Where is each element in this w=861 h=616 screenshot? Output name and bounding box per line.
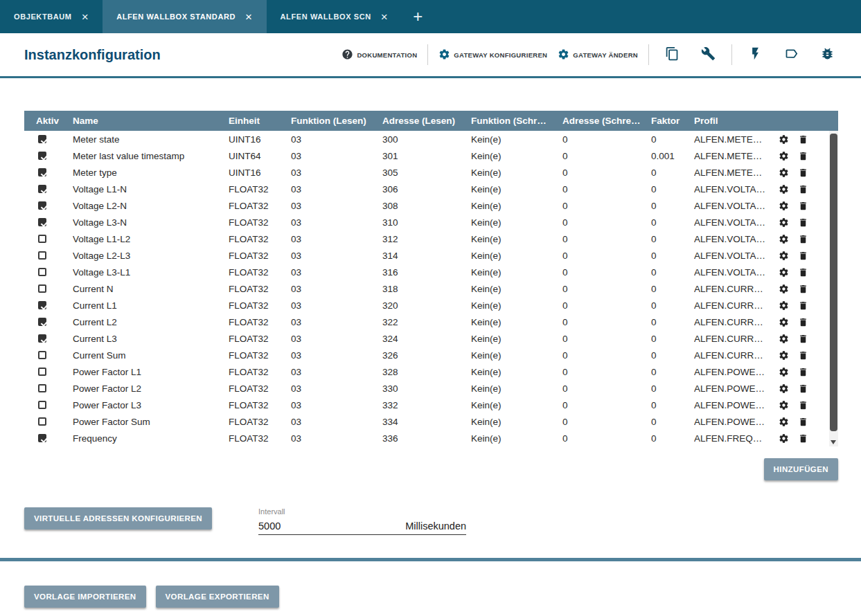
close-icon[interactable]: × [245,11,253,23]
power-button[interactable] [743,45,768,65]
cell-einheit: FLOAT32 [229,201,291,211]
row-settings-button[interactable] [779,167,789,178]
vorlage-exportieren-button[interactable]: VORLAGE EXPORTIEREN [156,586,279,608]
column-header-faktor: Faktor [651,116,694,126]
row-delete-button[interactable] [798,251,808,261]
cell-actions [776,334,828,344]
checkbox-icon [38,135,46,143]
virtuelle-adressen-button[interactable]: VIRTUELLE ADRESSEN KONFIGURIEREN [24,507,212,529]
aktiv-checkbox[interactable] [24,401,73,409]
row-delete-button[interactable] [798,334,808,344]
row-settings-button[interactable] [779,284,789,294]
tab-alfen-wallbox-scn[interactable]: ALFEN WALLBOX SCN × [267,0,402,33]
row-delete-button[interactable] [798,234,808,244]
aktiv-checkbox[interactable] [24,218,73,226]
row-delete-button[interactable] [798,184,808,194]
row-delete-button[interactable] [798,317,808,327]
cell-adresse-lesen: 330 [382,383,471,394]
row-settings-button[interactable] [779,350,789,361]
row-settings-button[interactable] [779,367,789,377]
row-delete-button[interactable] [798,151,808,161]
add-tab-button[interactable]: + [402,0,434,33]
toolbar-separator [731,44,732,65]
aktiv-checkbox[interactable] [24,351,73,359]
row-settings-button[interactable] [779,184,789,194]
cell-profil: ALFEN.POWE… [694,417,776,427]
intervall-input[interactable] [258,520,341,532]
aktiv-checkbox[interactable] [24,268,73,276]
table-row: Meter typeUINT1603305Kein(e)00ALFEN.METE… [24,164,828,181]
table-row: Voltage L2-NFLOAT3203308Kein(e)00ALFEN.V… [24,197,828,214]
aktiv-checkbox[interactable] [24,152,73,160]
aktiv-checkbox[interactable] [24,235,73,243]
row-delete-button[interactable] [798,433,808,444]
row-delete-button[interactable] [798,383,808,394]
aktiv-checkbox[interactable] [24,417,73,426]
tab-objektbaum[interactable]: OBJEKTBAUM × [0,0,103,33]
row-delete-button[interactable] [798,134,808,145]
aktiv-checkbox[interactable] [24,368,73,376]
row-settings-button[interactable] [779,433,789,444]
gateway-aendern-button[interactable]: GATEWAY ÄNDERN [558,48,638,62]
row-delete-button[interactable] [798,284,808,294]
aktiv-checkbox[interactable] [24,284,73,293]
tools-button[interactable] [695,45,721,65]
tab-alfen-wallbox-standard[interactable]: ALFEN WALLBOX STANDARD × [103,0,266,33]
close-icon[interactable]: × [82,11,89,23]
cell-adresse-schreiben: 0 [562,151,651,161]
row-delete-button[interactable] [798,300,808,311]
scrollbar-thumb[interactable] [830,134,837,431]
row-delete-button[interactable] [798,367,808,377]
vorlage-importieren-button[interactable]: VORLAGE IMPORTIEREN [24,586,146,608]
row-delete-button[interactable] [798,267,808,278]
copy-button[interactable] [659,45,685,65]
checkbox-icon [38,251,46,260]
debug-button[interactable] [815,45,840,65]
aktiv-checkbox[interactable] [24,201,73,210]
row-settings-button[interactable] [779,417,789,427]
row-delete-button[interactable] [798,417,808,427]
cell-adresse-lesen: 306 [382,184,471,194]
row-settings-button[interactable] [779,383,789,394]
close-icon[interactable]: × [381,11,389,23]
aktiv-checkbox[interactable] [24,135,73,143]
row-delete-button[interactable] [798,167,808,178]
aktiv-checkbox[interactable] [24,434,73,442]
hinzufuegen-button[interactable]: HINZUFÜGEN [764,458,838,480]
row-settings-button[interactable] [779,251,789,261]
row-settings-button[interactable] [779,300,789,311]
aktiv-checkbox[interactable] [24,301,73,309]
cell-profil: ALFEN.CURR… [694,350,776,361]
cell-adresse-schreiben: 0 [562,350,651,361]
page-header: Instanzkonfiguration DOKUMENTATION GATEW… [0,33,861,76]
label-button[interactable] [779,45,804,65]
row-settings-button[interactable] [779,134,789,145]
row-delete-button[interactable] [798,217,808,228]
row-delete-button[interactable] [798,350,808,361]
aktiv-checkbox[interactable] [24,334,73,343]
cell-faktor: 0.001 [651,151,694,161]
documentation-button[interactable]: DOKUMENTATION [341,48,417,62]
row-settings-button[interactable] [779,400,789,410]
checkbox-icon [38,384,46,392]
aktiv-checkbox[interactable] [24,251,73,260]
row-delete-button[interactable] [798,400,808,410]
table-scrollbar[interactable] [829,131,838,446]
row-settings-button[interactable] [779,334,789,344]
row-settings-button[interactable] [779,267,789,278]
row-settings-button[interactable] [779,201,789,211]
row-delete-button[interactable] [798,201,808,211]
gateway-konfigurieren-button[interactable]: GATEWAY KONFIGURIEREN [438,48,547,62]
aktiv-checkbox[interactable] [24,318,73,326]
aktiv-checkbox[interactable] [24,384,73,392]
row-settings-button[interactable] [779,151,789,161]
scroll-down-icon[interactable] [831,440,836,444]
aktiv-checkbox[interactable] [24,168,73,176]
aktiv-checkbox[interactable] [24,185,73,193]
row-settings-button[interactable] [779,317,789,327]
column-header-einheit: Einheit [229,116,291,126]
row-settings-button[interactable] [779,217,789,228]
cell-profil: ALFEN.METE… [694,167,776,178]
cell-funktion-lesen: 03 [291,433,382,444]
row-settings-button[interactable] [779,234,789,244]
